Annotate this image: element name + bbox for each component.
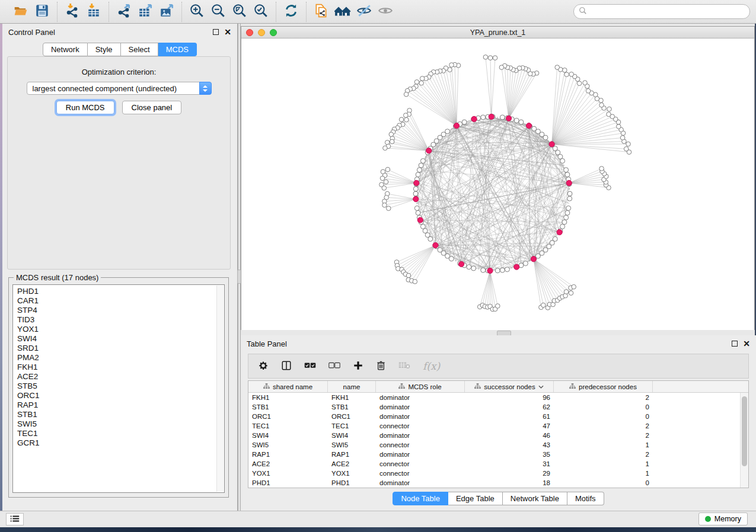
table-close-icon[interactable]: ✕ — [743, 341, 750, 347]
column-header-shared-name[interactable]: shared name — [248, 381, 328, 392]
mcds-hub-node[interactable] — [433, 242, 438, 248]
tab-network[interactable]: Network — [43, 43, 88, 56]
column-header-MCDS-role[interactable]: MCDS role — [376, 381, 465, 392]
tab-edge-table[interactable]: Edge Table — [448, 492, 503, 505]
save-session-button[interactable] — [33, 3, 52, 21]
run-mcds-button[interactable]: Run MCDS — [56, 101, 114, 114]
float-panel-icon[interactable] — [213, 29, 219, 35]
table-row[interactable]: FKH1FKH1dominator962 — [248, 393, 748, 402]
duplicate-network-button[interactable] — [312, 3, 331, 21]
table-row[interactable]: STB1STB1dominator620 — [248, 402, 748, 412]
mcds-hub-node[interactable] — [414, 180, 419, 185]
columns-button[interactable] — [281, 360, 292, 373]
result-node-item[interactable]: SWI5 — [17, 419, 224, 429]
tab-node-table[interactable]: Node Table — [393, 492, 448, 505]
table-row[interactable]: ORC1ORC1dominator610 — [248, 412, 748, 421]
horizontal-splitter[interactable] — [241, 330, 756, 335]
zoom-in-button[interactable] — [187, 3, 206, 21]
result-node-item[interactable]: CAR1 — [17, 296, 224, 306]
export-image-button[interactable] — [157, 3, 176, 21]
mcds-hub-node[interactable] — [549, 142, 554, 147]
network-canvas[interactable] — [241, 39, 754, 330]
search-box[interactable] — [573, 4, 750, 19]
mcds-hub-node[interactable] — [487, 268, 493, 273]
network-window-title: YPA_prune.txt_1 — [241, 28, 754, 37]
search-input[interactable] — [591, 7, 745, 17]
zoom-selected-button[interactable] — [251, 3, 270, 21]
log-console-button[interactable] — [6, 513, 24, 525]
result-node-item[interactable]: SRD1 — [17, 344, 224, 353]
mcds-hub-node[interactable] — [506, 116, 511, 121]
table-scrollbar-thumb[interactable] — [742, 396, 747, 466]
mcds-result-list[interactable]: PHD1CAR1STP4TID3YOX1SWI4SRD1PMA2FKH1ACE2… — [12, 284, 225, 493]
result-node-item[interactable]: SWI4 — [17, 334, 224, 344]
first-neighbors-button[interactable] — [333, 3, 352, 21]
result-node-item[interactable]: PHD1 — [17, 287, 224, 296]
zoom-out-button[interactable] — [209, 3, 228, 21]
mcds-hub-node[interactable] — [489, 114, 494, 119]
mcds-hub-node[interactable] — [454, 123, 459, 129]
add-column-button[interactable] — [353, 360, 363, 373]
mcds-hub-node[interactable] — [459, 261, 464, 267]
result-node-item[interactable]: PMA2 — [17, 353, 224, 363]
result-list-scrollbar[interactable] — [216, 286, 224, 492]
mcds-hub-node[interactable] — [514, 264, 519, 270]
tab-mcds[interactable]: MCDS — [158, 43, 197, 56]
result-node-item[interactable]: STB1 — [17, 410, 224, 419]
column-header-successor-nodes[interactable]: successor nodes — [465, 381, 554, 392]
table-float-icon[interactable] — [732, 341, 738, 347]
mcds-hub-node[interactable] — [471, 116, 477, 121]
column-header-predecessor-nodes[interactable]: predecessor nodes — [554, 381, 653, 392]
import-network-button[interactable] — [63, 3, 82, 21]
result-node-item[interactable]: YOX1 — [17, 325, 224, 334]
zoom-fit-button[interactable] — [230, 3, 249, 21]
memory-button[interactable]: Memory — [698, 512, 748, 525]
deselect-all-button[interactable] — [328, 361, 340, 371]
criterion-select[interactable]: largest connected component (undirected) — [27, 82, 212, 95]
cell-pred: 0 — [554, 479, 653, 486]
table-row[interactable]: TEC1TEC1connector472 — [248, 421, 748, 431]
mcds-hub-node[interactable] — [557, 229, 562, 235]
import-table-button[interactable] — [84, 3, 103, 21]
table-row[interactable]: RAP1RAP1dominator352 — [248, 450, 748, 459]
tab-select[interactable]: Select — [121, 43, 158, 56]
result-node-item[interactable]: GCR1 — [17, 438, 224, 448]
tab-style[interactable]: Style — [88, 43, 121, 56]
result-node-item[interactable]: ACE2 — [17, 372, 224, 382]
close-panel-icon[interactable]: ✕ — [224, 29, 231, 35]
close-panel-button[interactable]: Close panel — [122, 101, 182, 114]
hide-selected-button[interactable] — [355, 3, 374, 21]
tab-motifs[interactable]: Motifs — [567, 492, 604, 505]
show-all-button[interactable] — [376, 3, 395, 21]
mcds-hub-node[interactable] — [566, 180, 572, 185]
table-row[interactable]: ACE2ACE2connector311 — [248, 459, 748, 469]
result-node-item[interactable]: TID3 — [17, 315, 224, 325]
delete-column-button[interactable] — [376, 360, 386, 373]
result-node-item[interactable]: STP4 — [17, 306, 224, 315]
table-row[interactable]: PHD1PHD1dominator180 — [248, 478, 748, 488]
table-scrollbar[interactable] — [740, 393, 748, 488]
gear-button[interactable] — [258, 360, 269, 373]
export-table-button[interactable] — [136, 3, 155, 21]
column-header-name[interactable]: name — [328, 381, 376, 392]
result-node-item[interactable]: TEC1 — [17, 429, 224, 438]
result-node-item[interactable]: RAP1 — [17, 400, 224, 410]
mcds-hub-node[interactable] — [413, 197, 419, 202]
mcds-hub-node[interactable] — [531, 257, 536, 262]
table-row[interactable]: SWI4SWI4dominator462 — [248, 431, 748, 440]
result-node-item[interactable]: STB5 — [17, 382, 224, 391]
refresh-layout-button[interactable] — [282, 3, 301, 21]
select-all-button[interactable] — [304, 361, 316, 371]
result-node-item[interactable]: FKH1 — [17, 363, 224, 372]
result-node-item[interactable]: ORC1 — [17, 391, 224, 400]
mcds-hub-node[interactable] — [426, 148, 432, 153]
export-network-button[interactable] — [114, 3, 133, 21]
tab-network-table[interactable]: Network Table — [503, 492, 567, 505]
mcds-hub-node[interactable] — [417, 217, 423, 223]
open-file-button[interactable] — [11, 3, 30, 21]
network-window-titlebar[interactable]: YPA_prune.txt_1 — [241, 27, 754, 39]
mcds-hub-node[interactable] — [526, 123, 531, 129]
table-panel-title: Table Panel — [247, 339, 287, 348]
table-row[interactable]: SWI5SWI5connector431 — [248, 440, 748, 450]
table-row[interactable]: YOX1YOX1connector291 — [248, 469, 748, 478]
